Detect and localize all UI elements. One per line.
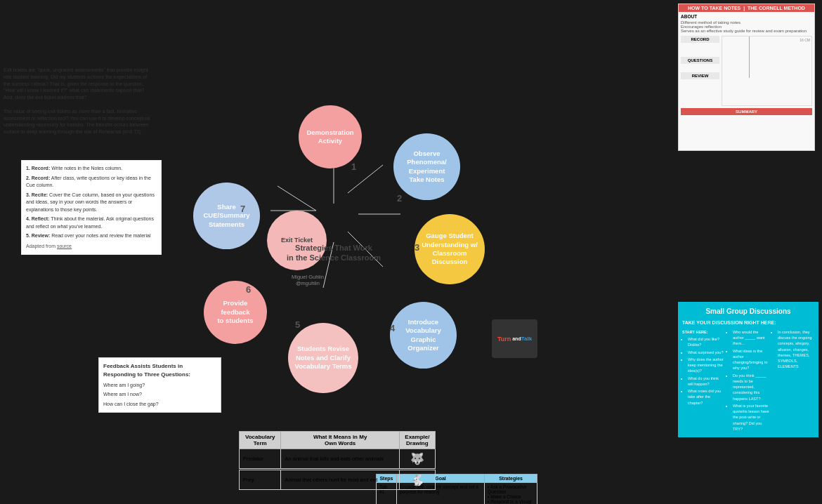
sg-col-2: Who would the author _____ want them... … [727, 329, 769, 433]
sg-col1-header: START HERE: [682, 329, 724, 335]
feedback-title: Feedback Assists Students in Responding … [103, 362, 216, 379]
feedback-q3: How can I close the gap? [103, 401, 216, 409]
note-4: 4. Reflect: Think about the material. As… [26, 215, 157, 230]
sg-col-1: START HERE: What did you like? Dislike? … [682, 329, 724, 433]
orbit-item-7: ShareCUE/SummaryStatements [193, 183, 260, 249]
orbit-num-2: 2 [397, 193, 402, 204]
orbit-num-6: 6 [246, 284, 251, 295]
record-label: RECORD [681, 36, 719, 43]
vocab-row-predator: Predator An animal that kills and eats o… [240, 449, 436, 469]
talk-text: Talk [521, 336, 532, 342]
orbit-item-5: Students ReviseNotes and ClarifyVocabula… [288, 323, 358, 393]
summary-label: SUMMARY [681, 108, 812, 115]
orbit-num-3: 3 [415, 242, 419, 253]
turn-text: Turn [497, 336, 511, 343]
orbit-item-2: ObservePhenomena/ExperimentTake Notes [393, 133, 460, 200]
orbit-item-1: DemonstrationActivity [299, 105, 362, 168]
sg-col1-list: What did you like? Dislike? What surpris… [682, 336, 724, 406]
small-group-title: Small Group Discussions [682, 306, 814, 317]
small-group-discussions: Small Group Discussions TAKE YOUR DISCUS… [678, 302, 818, 437]
strategies-diagram: DemonstrationActivity 1 ObservePhenomena… [176, 105, 492, 400]
orbit-item-3: Gauge StudentUnderstanding w/ClassroomDi… [415, 214, 485, 284]
sg-col2-list: Who would the author _____ want them... … [727, 329, 769, 432]
review-label: REVIEW [681, 72, 719, 79]
vocab-table-wrapper: VocabularyTerm What It Means in MyOwn Wo… [239, 431, 436, 490]
sg-col-3: In conclusion, they discuss the ongoing … [772, 329, 814, 433]
feedback-box: Feedback Assists Students in Responding … [98, 357, 221, 413]
numbered-notes: 1. Record: Write notes in the Notes colu… [21, 160, 162, 255]
sg-col3-list: In conclusion, they discuss the ongoing … [772, 329, 814, 370]
feedback-q2: Where am I now? [103, 391, 216, 399]
note-3: 3. Recite: Cover the Cue column, based o… [26, 192, 157, 214]
cornell-header: HOW TO TAKE NOTES | THE CORNELL METHOD [679, 4, 814, 12]
orbit-num-1: 1 [351, 161, 356, 172]
note-2: 2. Record: After class, write questions … [26, 175, 157, 190]
vocab-col-drawing: Example/Drawing [399, 432, 435, 449]
small-group-columns: START HERE: What did you like? Dislike? … [682, 329, 814, 433]
about-label: ABOUT [681, 14, 812, 19]
feedback-q1: Where am I going? [103, 382, 216, 390]
adapted-source: Adapted from source [26, 243, 157, 251]
note-5: 5. Review: Read over your notes and revi… [26, 232, 157, 240]
orbit-num-5: 5 [295, 319, 300, 330]
orbit-item-6: Provide feedbackto students [204, 281, 267, 344]
and-text: and [512, 336, 521, 341]
note-1: 1. Record: Write notes in the Notes colu… [26, 165, 157, 173]
vocab-row-prey: Prey Animal that others hunt for food an… [240, 470, 436, 490]
orbit-item-4: IntroduceVocabulary GraphicOrganizer [390, 302, 457, 369]
vocab-col-meaning: What It Means in MyOwn Words [281, 432, 399, 449]
exit-ticket-description: Exit tickets are "quick, ungraded assess… [4, 67, 155, 135]
author-credit: Miguel Guhlin@mguhlin [292, 274, 324, 286]
questions-label: QUESTIONS [681, 57, 719, 64]
small-group-subtitle: TAKE YOUR DISCUSSION RIGHT HERE: [682, 319, 814, 327]
orbit-num-4: 4 [390, 323, 395, 333]
about-text: Different method of taking notes Encoura… [681, 20, 812, 33]
turn-talk-icon: Turn and Talk [492, 319, 537, 358]
vocab-col-term: VocabularyTerm [240, 432, 281, 449]
orbit-num-7: 7 [240, 204, 245, 214]
vocab-table: VocabularyTerm What It Means in MyOwn Wo… [239, 431, 436, 490]
col-strategies: Strategies [485, 475, 537, 483]
cornell-notes-card: HOW TO TAKE NOTES | THE CORNELL METHOD A… [678, 4, 815, 151]
